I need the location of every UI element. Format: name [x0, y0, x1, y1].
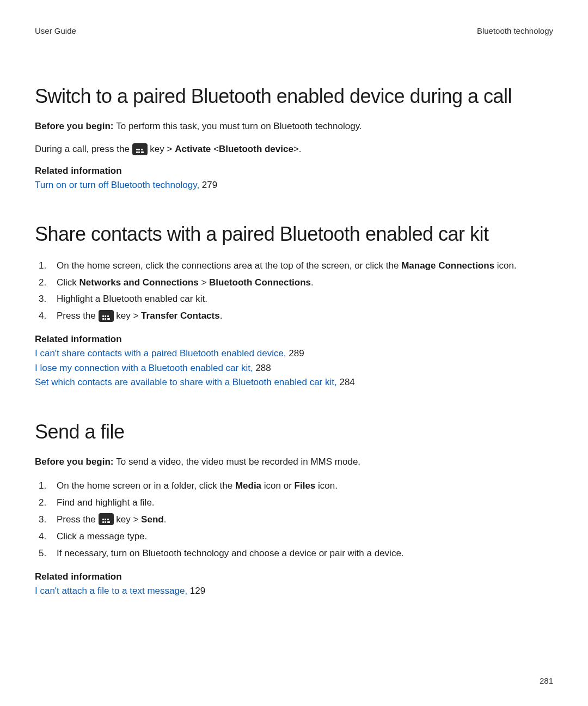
section-share-contacts: Share contacts with a paired Bluetooth e…	[35, 222, 553, 389]
text: .	[311, 277, 314, 288]
step-item: Click a message type.	[49, 529, 553, 545]
related-link[interactable]: I can't attach a file to a text message,	[35, 586, 190, 596]
text: .	[164, 514, 167, 525]
text: During a call, press the	[35, 144, 132, 154]
bold-text: Send	[141, 514, 164, 525]
bold-text: Transfer Contacts	[141, 311, 220, 321]
bold-text: Manage Connections	[401, 260, 494, 271]
step-item: If necessary, turn on Bluetooth technolo…	[49, 546, 553, 562]
step-item: On the home screen or in a folder, click…	[49, 478, 553, 494]
text: icon or	[261, 480, 294, 491]
text: .	[220, 311, 223, 321]
page-header: User Guide Bluetooth technology	[35, 26, 553, 35]
bold-text: Media	[235, 480, 261, 491]
before-begin-text: To send a video, the video must be recor…	[116, 457, 360, 467]
text: key >	[148, 144, 175, 154]
text: key >	[114, 311, 142, 321]
step-item: Highlight a Bluetooth enabled car kit.	[49, 291, 553, 307]
text: icon.	[315, 480, 338, 491]
text: Press the	[57, 514, 99, 525]
step-item: Press the key > Transfer Contacts.	[49, 308, 553, 324]
related-link[interactable]: I can't share contacts with a paired Blu…	[35, 348, 289, 358]
related-page: 279	[202, 180, 217, 190]
page: User Guide Bluetooth technology Switch t…	[0, 0, 588, 706]
related-link[interactable]: Set which contacts are available to shar…	[35, 377, 339, 387]
related-page: 289	[289, 348, 304, 358]
bold-text: Bluetooth device	[219, 144, 293, 154]
related-information-heading: Related information	[35, 571, 553, 582]
text: Highlight a Bluetooth enabled car kit.	[57, 294, 207, 304]
text: Press the	[57, 311, 99, 321]
text: <	[211, 144, 219, 154]
section-title: Switch to a paired Bluetooth enabled dev…	[35, 84, 553, 108]
step-item: Press the key > Send.	[49, 512, 553, 528]
bold-text: Activate	[175, 144, 211, 154]
related-link[interactable]: Turn on or turn off Bluetooth technology…	[35, 180, 202, 190]
section-title: Share contacts with a paired Bluetooth e…	[35, 222, 553, 246]
related-page: 288	[255, 363, 271, 373]
menu-key-icon	[99, 513, 114, 525]
header-right: Bluetooth technology	[477, 26, 553, 35]
bold-text: Files	[295, 480, 316, 491]
text: >.	[293, 144, 302, 154]
related-page: 129	[190, 586, 205, 596]
menu-key-icon	[99, 310, 114, 322]
text: If necessary, turn on Bluetooth technolo…	[57, 548, 404, 558]
menu-key-icon	[132, 143, 148, 155]
steps-list: On the home screen, click the connection…	[35, 258, 553, 325]
steps-list: On the home screen or in a folder, click…	[35, 478, 553, 561]
step-item: Find and highlight a file.	[49, 495, 553, 511]
text: icon.	[494, 260, 517, 271]
text: key >	[114, 514, 142, 525]
related-link-line: Turn on or turn off Bluetooth technology…	[35, 179, 553, 192]
related-information-heading: Related information	[35, 334, 553, 345]
header-left: User Guide	[35, 26, 76, 35]
section-title: Send a file	[35, 420, 553, 443]
section-switch-device: Switch to a paired Bluetooth enabled dev…	[35, 84, 553, 192]
section-send-file: Send a file Before you begin: To send a …	[35, 420, 553, 598]
related-link-line: I lose my connection with a Bluetooth en…	[35, 362, 553, 375]
bold-text: Bluetooth Connections	[209, 277, 311, 288]
text: >	[199, 277, 209, 288]
related-link-line: I can't share contacts with a paired Blu…	[35, 347, 553, 361]
text: On the home screen, click the connection…	[57, 260, 401, 271]
page-number: 281	[540, 676, 553, 685]
related-link[interactable]: I lose my connection with a Bluetooth en…	[35, 363, 255, 373]
step-item: On the home screen, click the connection…	[49, 258, 553, 274]
before-begin-text: To perform this task, you must turn on B…	[116, 121, 362, 131]
before-begin-label: Before you begin:	[35, 457, 116, 467]
text: Click	[57, 277, 79, 288]
related-information-heading: Related information	[35, 166, 553, 176]
step-item: Click Networks and Connections > Bluetoo…	[49, 275, 553, 291]
related-page: 284	[339, 377, 354, 387]
instruction-line: During a call, press the key > Activate …	[35, 143, 553, 156]
text: Click a message type.	[57, 531, 147, 541]
related-link-line: I can't attach a file to a text message,…	[35, 585, 553, 598]
bold-text: Networks and Connections	[79, 277, 199, 288]
text: Find and highlight a file.	[57, 497, 155, 508]
related-link-line: Set which contacts are available to shar…	[35, 376, 553, 389]
text: On the home screen or in a folder, click…	[57, 480, 235, 491]
before-you-begin: Before you begin: To perform this task, …	[35, 120, 553, 133]
before-you-begin: Before you begin: To send a video, the v…	[35, 455, 553, 468]
before-begin-label: Before you begin:	[35, 121, 116, 131]
